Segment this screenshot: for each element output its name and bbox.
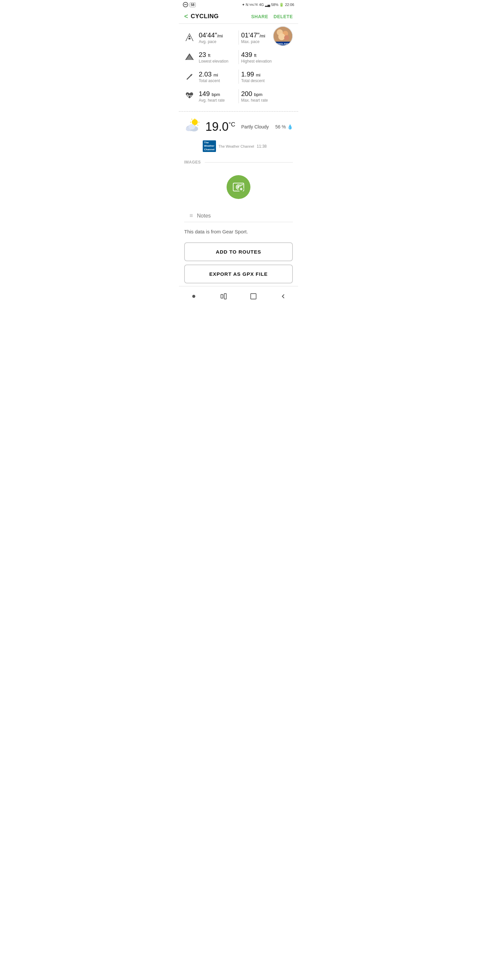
status-left: 58 [183,2,196,7]
battery-percentage: 58% [271,3,278,6]
volte-icon: VoLTE [249,3,258,6]
weather-time: 11:38 [257,144,266,149]
weather-section: 19.0°C Partly Cloudy 56 % 💧 [179,113,298,140]
toolbar: < CYCLING SHARE DELETE [179,9,298,24]
lowest-elevation-value: 23 ft [199,51,228,59]
row-divider [238,70,239,84]
humidity-icon: 💧 [287,124,293,129]
elevation-row: 23 ft Lowest elevation 439 ft Highest el… [184,47,293,67]
svg-marker-1 [186,34,193,41]
max-heart-rate-text: 200 bpm Max. heart rate [241,90,268,103]
svg-line-20 [198,125,198,126]
avatar: ENGLAND [273,26,293,46]
nav-overview-button[interactable] [244,290,263,302]
row-divider [238,89,239,103]
status-bar: 58 ✦ N VoLTE 4G ▂▄ 58% 🔋 22:06 [179,0,298,9]
images-title: IMAGES [184,160,201,165]
nav-home-button[interactable] [184,290,204,302]
avg-pace-value: 04'44"/mi [199,31,223,39]
lowest-elevation-text: 23 ft Lowest elevation [199,51,228,64]
highest-elevation-value: 439 ft [241,51,272,59]
status-right: ✦ N VoLTE 4G ▂▄ 58% 🔋 22:06 [242,3,294,7]
weather-temperature: 19.0°C [205,120,235,134]
svg-point-7 [278,33,285,40]
battery-icon: 🔋 [279,3,284,7]
avg-heart-rate-value: 149 bpm [199,90,225,98]
row-divider [238,50,239,64]
total-ascent-label: Total ascent [199,78,220,83]
avg-pace-label: Avg. pace [199,40,223,44]
toolbar-left: < CYCLING [184,13,219,20]
page-title: CYCLING [191,13,219,20]
total-ascent-text: 2.03 mi Total ascent [199,70,220,83]
weather-description: Partly Cloudy [241,124,269,129]
nfc-icon: N [246,3,249,6]
lowest-elevation-item: 23 ft Lowest elevation [184,51,236,64]
max-heart-rate-value: 200 bpm [241,90,268,98]
notes-section: ≡ [184,210,293,222]
pace-row: 04'44"/mi Avg. pace 01'47"/mi Max. pace [184,28,293,47]
max-pace-item: 01'47"/mi Max. pace [236,31,293,44]
svg-point-8 [284,35,289,40]
stats-section: 04'44"/mi Avg. pace 01'47"/mi Max. pace [179,24,298,110]
highest-elevation-item: 439 ft Highest elevation [236,51,293,64]
bluetooth-icon: ✦ [242,3,245,7]
total-descent-item: 1.99 mi Total descent [236,70,293,83]
lowest-elevation-label: Lowest elevation [199,59,228,64]
weather-temp-container: 19.0°C [205,120,235,134]
max-pace-value: 01'47"/mi [241,31,265,39]
heart-rate-icon [184,91,195,101]
notes-icon: ≡ [190,212,193,219]
scroll-content: 04'44"/mi Avg. pace 01'47"/mi Max. pace [179,24,298,286]
england-badge: ENGLAND [274,42,292,45]
total-descent-label: Total descent [241,78,265,83]
nav-recents-button[interactable] [214,290,233,302]
avg-heart-rate-label: Avg. heart rate [199,98,225,103]
heart-rate-row: 149 bpm Avg. heart rate 200 bpm Max. hea… [184,86,293,106]
total-ascent-item: 2.03 mi Total ascent [184,70,236,83]
ascent-row: 2.03 mi Total ascent 1.99 mi Total desce… [184,67,293,86]
total-descent-text: 1.99 mi Total descent [241,70,265,83]
share-button[interactable]: SHARE [251,14,268,19]
avg-heart-rate-text: 149 bpm Avg. heart rate [199,90,225,103]
highest-elevation-label: Highest elevation [241,59,272,64]
weather-channel-logo: The Weather Channel [203,140,216,152]
notes-input[interactable] [197,213,287,219]
add-to-routes-button[interactable]: ADD TO ROUTES [184,242,293,261]
road-icon [184,32,195,42]
export-gpx-button[interactable]: EXPORT AS GPX FILE [184,264,293,283]
delete-button[interactable]: DELETE [274,14,293,19]
back-button[interactable]: < [184,13,188,20]
avatar-image: ENGLAND [274,27,292,45]
add-image-button[interactable] [227,175,250,199]
svg-rect-38 [224,294,226,299]
svg-point-24 [188,124,195,129]
weather-source: The Weather Channel The Weather Channel … [179,140,298,156]
svg-rect-37 [221,295,223,298]
section-divider [205,162,293,162]
clock: 22:06 [285,3,294,6]
max-pace-label: Max. pace [241,40,265,44]
row-divider [238,30,239,45]
gear-sport-text: This data is from Gear Sport. [184,229,248,234]
toolbar-actions: SHARE DELETE [251,14,293,19]
highest-elevation-text: 439 ft Highest elevation [241,51,272,64]
avg-pace-item: 04'44"/mi Avg. pace [184,31,236,44]
bottom-nav [179,286,298,305]
total-descent-value: 1.99 mi [241,70,265,78]
action-buttons: ADD TO ROUTES EXPORT AS GPX FILE [179,240,298,286]
nav-back-button[interactable] [273,290,293,302]
svg-rect-2 [189,36,190,37]
gear-sport-info: This data is from Gear Sport. [179,222,298,240]
avg-pace-text: 04'44"/mi Avg. pace [199,31,223,44]
signal-icon: 4G [259,3,264,6]
svg-rect-39 [251,294,256,299]
dashed-separator [179,111,298,111]
images-section-header: IMAGES [179,156,298,167]
do-not-disturb-icon [183,2,188,7]
svg-point-36 [192,295,195,298]
svg-line-19 [191,119,192,119]
max-heart-rate-item: 200 bpm Max. heart rate [236,90,293,103]
mountain-icon [184,51,195,62]
weather-icon [184,118,201,135]
